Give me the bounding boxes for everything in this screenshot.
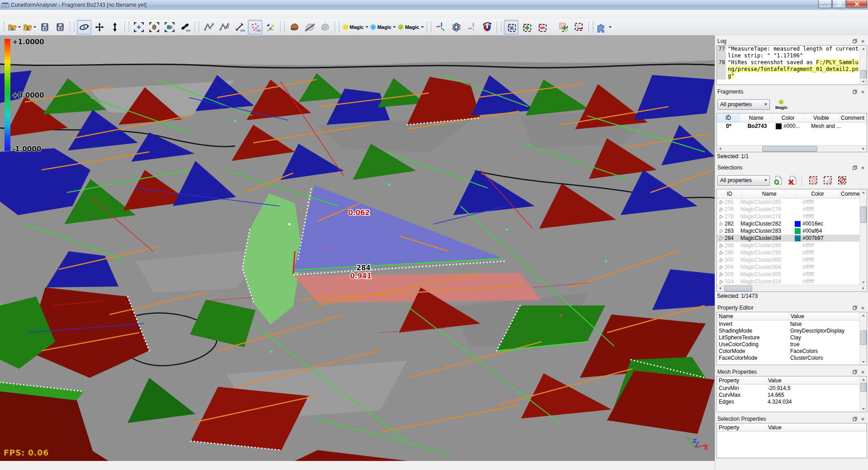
- select-replace-button[interactable]: [504, 20, 518, 34]
- mesh-properties-scrollbar[interactable]: [859, 376, 867, 412]
- axes-translate-button[interactable]: [434, 20, 448, 34]
- hide-selections-button[interactable]: [836, 174, 848, 186]
- fragments-table-header[interactable]: ID Name Color Visible Comment: [717, 113, 867, 122]
- column-header-name[interactable]: Name: [742, 189, 797, 198]
- toolbar-grip[interactable]: [430, 22, 432, 33]
- select-add-button[interactable]: [519, 20, 534, 34]
- selection-row[interactable]: 300 MagicCluster300 #ffffff: [717, 256, 860, 263]
- selections-hscrollbar[interactable]: [717, 285, 867, 291]
- toolbar-grip[interactable]: [500, 22, 502, 33]
- viewport-3d[interactable]: +1.0000 +0.0000 -1.0000 0.062 284 0.941 …: [0, 35, 715, 461]
- save-screenshot-button[interactable]: [38, 20, 52, 34]
- restore-button[interactable]: [832, 0, 846, 8]
- close-panel-button[interactable]: ×: [859, 164, 866, 171]
- selection-row[interactable]: 314 MagicCluster314 #ffffff: [717, 278, 860, 285]
- polyline-tool-button[interactable]: [202, 20, 216, 34]
- point-pick-tool-button[interactable]: mm: [248, 20, 262, 34]
- menu-item[interactable]: [24, 14, 31, 15]
- toolbar-grip[interactable]: [3, 22, 5, 33]
- axes-pan-button[interactable]: [465, 20, 479, 34]
- column-header-color[interactable]: Color: [773, 113, 803, 122]
- fragments-filter-select[interactable]: All properties: [717, 99, 770, 110]
- toolbar-grip[interactable]: [338, 22, 340, 33]
- close-panel-button[interactable]: ×: [859, 38, 866, 44]
- column-header-id[interactable]: ID: [717, 113, 740, 122]
- measure-line-button[interactable]: mm: [232, 20, 247, 34]
- selection-grow-button[interactable]: [556, 20, 571, 34]
- zoom-view-button[interactable]: [108, 20, 122, 34]
- frame-add-button[interactable]: [132, 20, 146, 34]
- show-partial-selections-button[interactable]: [822, 174, 834, 186]
- select-subtract-button[interactable]: [535, 20, 549, 34]
- menu-item[interactable]: [31, 14, 38, 15]
- menu-item[interactable]: [9, 14, 16, 15]
- column-header-visible[interactable]: Visible: [804, 113, 839, 122]
- measure-chain-button[interactable]: mm: [178, 20, 192, 34]
- selection-row[interactable]: 282 MagicCluster282 #0016ec: [717, 220, 860, 227]
- selection-row[interactable]: 265 MagicCluster265 #ffffff: [717, 198, 860, 206]
- column-header-id[interactable]: ID: [717, 189, 742, 198]
- toolbar-grip[interactable]: [198, 22, 200, 33]
- selection-row[interactable]: 295 MagicCluster295 #ffffff: [717, 249, 860, 256]
- fragments-hscrollbar[interactable]: [717, 145, 867, 152]
- column-header-name[interactable]: Name: [740, 113, 773, 122]
- selection-row[interactable]: 284 MagicCluster284 #007b97: [717, 235, 860, 242]
- frame-fragment-button[interactable]: [147, 20, 161, 34]
- mesh-property-row[interactable]: Edges 4.324.034: [717, 398, 867, 405]
- show-all-selections-button[interactable]: [807, 174, 819, 186]
- menu-item[interactable]: [2, 14, 9, 15]
- float-panel-button[interactable]: [851, 38, 858, 44]
- magic-yellow-button[interactable]: Magic: [342, 20, 369, 34]
- save-button[interactable]: [53, 20, 67, 34]
- surface-points-button[interactable]: [287, 20, 302, 34]
- close-panel-button[interactable]: ×: [859, 369, 866, 375]
- plugins-button[interactable]: [596, 20, 612, 34]
- minimize-button[interactable]: [818, 0, 832, 8]
- selection-row[interactable]: 278 MagicCluster278 #ffffff: [717, 213, 860, 220]
- selection-row[interactable]: 305 MagicCluster305 #ffffff: [717, 271, 860, 278]
- add-selection-button[interactable]: [773, 174, 784, 186]
- property-row[interactable]: UseColorCoding true: [717, 341, 867, 348]
- magic-blue-button[interactable]: Magic: [370, 20, 396, 34]
- frame-all-fragments-button[interactable]: [162, 20, 177, 34]
- selection-row[interactable]: 304 MagicCluster304 #ffffff: [717, 263, 860, 271]
- selection-shrink-button[interactable]: [572, 20, 586, 34]
- titlebar[interactable]: CuneiformAnalyser - Fragment Bo2743 [no …: [0, 0, 868, 10]
- close-panel-button[interactable]: ×: [859, 89, 866, 95]
- property-editor-scrollbar[interactable]: [859, 312, 867, 365]
- property-row[interactable]: ShadingMode GreyDescriptorDisplay: [717, 327, 867, 334]
- float-panel-button[interactable]: [851, 305, 858, 311]
- pan-view-button[interactable]: [92, 20, 107, 34]
- close-panel-button[interactable]: ×: [859, 305, 866, 311]
- selections-vscrollbar[interactable]: [859, 189, 867, 285]
- selections-filter-select[interactable]: All properties: [717, 175, 770, 186]
- selection-row[interactable]: 288 MagicCluster288 #ffffff: [717, 242, 860, 249]
- toolbar-grip[interactable]: [284, 22, 285, 33]
- surface-dots-button[interactable]: [318, 20, 332, 34]
- open-file-button[interactable]: [22, 20, 37, 34]
- polygon-fill-tool-button[interactable]: [217, 20, 232, 34]
- float-panel-button[interactable]: [851, 369, 858, 375]
- float-panel-button[interactable]: [851, 416, 858, 422]
- float-panel-button[interactable]: [851, 164, 858, 171]
- selections-table-header[interactable]: ID Name Color Comment: [717, 189, 867, 198]
- mesh-property-row[interactable]: CurvMin -20.914,5: [717, 385, 867, 391]
- delete-selection-button[interactable]: [787, 174, 799, 186]
- magic-green-button[interactable]: Magic: [397, 20, 424, 34]
- toolbar-grip[interactable]: [128, 22, 130, 33]
- property-row[interactable]: LitSphereTexture Clay: [717, 334, 867, 341]
- toolbar-grip[interactable]: [592, 22, 594, 33]
- normals-tool-button[interactable]: [263, 20, 278, 34]
- close-panel-button[interactable]: ×: [859, 416, 866, 422]
- column-header-color[interactable]: Color: [797, 189, 839, 198]
- fragments-magic-button[interactable]: Magic: [775, 99, 787, 110]
- column-header-comment[interactable]: Comment: [839, 113, 867, 122]
- selection-row[interactable]: 283 MagicCluster283 #00af64: [717, 227, 860, 235]
- magnet-rotate-button[interactable]: [480, 20, 494, 34]
- fragment-row[interactable]: 0* Bo2743 #000... Mesh and ...: [717, 122, 867, 130]
- axes-rotate-button[interactable]: [449, 20, 464, 34]
- menu-item[interactable]: [16, 14, 24, 15]
- property-row[interactable]: ColorMode FaceColors: [717, 348, 867, 354]
- rotate-view-button[interactable]: [77, 20, 91, 34]
- close-button[interactable]: [846, 0, 867, 8]
